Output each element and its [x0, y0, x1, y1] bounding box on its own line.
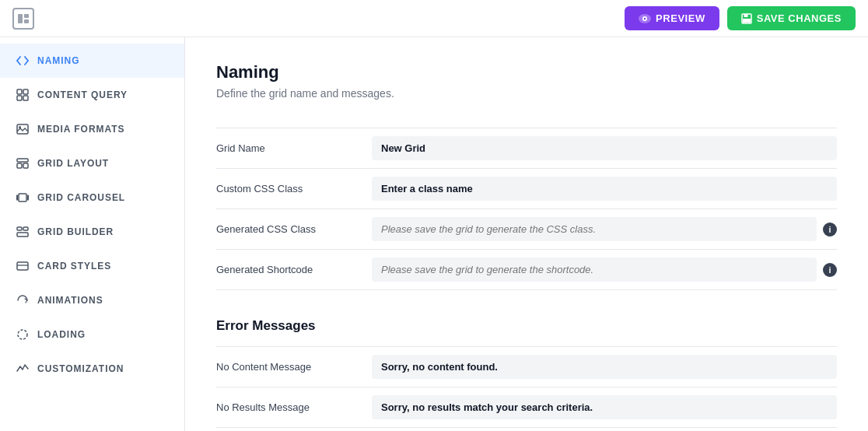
sidebar-item-customization[interactable]: CUSTOMIZATION [0, 352, 184, 386]
sidebar-item-media-formats[interactable]: MEDIA FORMATS [0, 112, 184, 146]
svg-rect-16 [17, 163, 22, 168]
loading-icon [16, 328, 30, 342]
info-icon[interactable]: i [823, 263, 837, 277]
svg-point-14 [19, 126, 21, 128]
svg-rect-1 [24, 14, 29, 18]
svg-rect-18 [19, 194, 26, 201]
error-form-rows: No Content MessageNo Results Message [216, 346, 837, 428]
save-icon [741, 13, 752, 24]
svg-rect-11 [17, 96, 22, 100]
page-title: Naming [216, 62, 837, 82]
sidebar-item-grid-builder[interactable]: GRID BUILDER [0, 215, 184, 249]
eye-icon [639, 14, 651, 23]
svg-rect-10 [23, 89, 28, 94]
layout-icon [16, 156, 30, 170]
svg-rect-24 [17, 262, 28, 270]
form-field [372, 395, 837, 419]
topbar-actions: PREVIEW SAVE CHANGES [625, 6, 856, 30]
form-field [372, 177, 837, 201]
form-label: Generated CSS Class [216, 223, 372, 235]
form-field: i [372, 217, 837, 241]
animation-icon [16, 293, 30, 307]
error-form-row: No Results Message [216, 387, 837, 428]
error-section-title: Error Messages [216, 318, 837, 334]
page-subtitle: Define the grid name and messages. [216, 87, 837, 100]
naming-form-section: Grid NameCustom CSS ClassGenerated CSS C… [216, 128, 837, 290]
form-label: Generated Shortcode [216, 264, 372, 275]
form-label: Grid Name [216, 142, 372, 154]
sidebar-item-animations[interactable]: ANIMATIONS [0, 283, 184, 317]
svg-point-5 [644, 17, 646, 19]
svg-rect-23 [17, 233, 28, 237]
sidebar-item-label: CARD STYLES [37, 261, 111, 272]
main-content: Naming Define the grid name and messages… [185, 37, 868, 431]
form-field [372, 136, 837, 160]
sidebar-item-card-styles[interactable]: CARD STYLES [0, 249, 184, 283]
form-row: Generated CSS Classi [216, 209, 837, 250]
sidebar-item-label: MEDIA FORMATS [37, 124, 124, 135]
form-field [372, 355, 837, 379]
sidebar-item-label: GRID BUILDER [37, 226, 114, 237]
svg-rect-8 [743, 19, 751, 23]
svg-rect-0 [18, 14, 23, 23]
error-messages-section: Error Messages No Content MessageNo Resu… [216, 318, 837, 428]
sidebar-toggle-icon[interactable] [12, 8, 34, 30]
card-icon [16, 259, 30, 273]
svg-rect-19 [16, 195, 18, 201]
info-icon[interactable]: i [823, 223, 837, 237]
form-field: i [372, 258, 837, 282]
svg-rect-9 [17, 89, 22, 94]
sidebar-item-label: GRID CAROUSEL [37, 192, 125, 203]
builder-icon [16, 225, 30, 239]
topbar: PREVIEW SAVE CHANGES [0, 0, 868, 37]
sidebar-item-label: LOADING [37, 329, 86, 340]
sidebar-item-grid-carousel[interactable]: GRID CAROUSEL [0, 180, 184, 215]
svg-rect-17 [23, 163, 28, 168]
sidebar-item-label: NAMING [37, 55, 79, 66]
form-label: Custom CSS Class [216, 183, 372, 194]
form-row: Grid Name [216, 128, 837, 169]
form-row: Custom CSS Class [216, 169, 837, 209]
grid-small-icon [16, 88, 30, 102]
svg-point-26 [18, 330, 27, 339]
form-input[interactable] [372, 395, 837, 419]
form-input[interactable] [372, 355, 837, 379]
error-form-row: No Content Message [216, 346, 837, 387]
svg-rect-21 [17, 227, 22, 230]
svg-rect-20 [27, 195, 29, 201]
layout: NAMING CONTENT QUERY MEDI [0, 37, 868, 431]
custom-icon [16, 362, 30, 376]
form-input[interactable] [372, 258, 817, 282]
form-input[interactable] [372, 136, 837, 160]
form-input[interactable] [372, 217, 817, 241]
svg-rect-12 [23, 96, 28, 100]
svg-rect-2 [24, 19, 29, 23]
sidebar: NAMING CONTENT QUERY MEDI [0, 37, 185, 431]
topbar-left [12, 8, 34, 30]
sidebar-item-grid-layout[interactable]: GRID LAYOUT [0, 146, 184, 180]
code-icon [16, 54, 30, 68]
form-input[interactable] [372, 177, 837, 201]
save-button[interactable]: SAVE CHANGES [727, 6, 856, 30]
form-label: No Results Message [216, 401, 372, 413]
sidebar-item-label: CUSTOMIZATION [37, 363, 124, 374]
svg-rect-7 [744, 14, 747, 17]
preview-button[interactable]: PREVIEW [625, 6, 719, 30]
sidebar-item-naming[interactable]: NAMING [0, 44, 184, 78]
svg-rect-15 [17, 159, 28, 162]
sidebar-item-label: ANIMATIONS [37, 295, 103, 306]
form-label: No Content Message [216, 361, 372, 373]
sidebar-item-content-query[interactable]: CONTENT QUERY [0, 78, 184, 112]
carousel-icon [16, 191, 30, 205]
sidebar-item-label: GRID LAYOUT [37, 158, 109, 169]
sidebar-item-loading[interactable]: LOADING [0, 317, 184, 352]
image-icon [16, 122, 30, 136]
sidebar-item-label: CONTENT QUERY [37, 89, 128, 100]
form-row: Generated Shortcodei [216, 250, 837, 290]
svg-rect-22 [23, 227, 28, 230]
form-rows: Grid NameCustom CSS ClassGenerated CSS C… [216, 128, 837, 290]
